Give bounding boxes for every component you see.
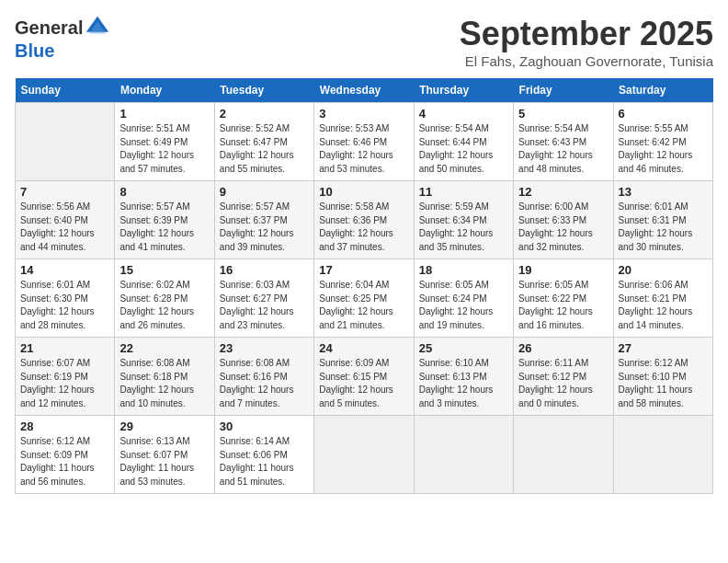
calendar-cell: 17Sunrise: 6:04 AM Sunset: 6:25 PM Dayli… xyxy=(314,259,414,338)
calendar-cell xyxy=(414,416,513,494)
cell-content: Sunrise: 6:04 AM Sunset: 6:25 PM Dayligh… xyxy=(319,279,408,332)
cell-content: Sunrise: 6:01 AM Sunset: 6:30 PM Dayligh… xyxy=(20,279,109,332)
calendar-cell: 12Sunrise: 6:00 AM Sunset: 6:33 PM Dayli… xyxy=(514,181,613,259)
calendar-cell: 14Sunrise: 6:01 AM Sunset: 6:30 PM Dayli… xyxy=(16,259,115,338)
day-number: 24 xyxy=(319,341,408,355)
cell-content: Sunrise: 6:01 AM Sunset: 6:31 PM Dayligh… xyxy=(619,201,708,254)
calendar-cell xyxy=(314,416,414,494)
day-number: 13 xyxy=(619,185,708,199)
calendar-cell: 25Sunrise: 6:10 AM Sunset: 6:13 PM Dayli… xyxy=(414,338,513,416)
cell-content: Sunrise: 6:03 AM Sunset: 6:27 PM Dayligh… xyxy=(220,279,309,332)
calendar-cell: 11Sunrise: 5:59 AM Sunset: 6:34 PM Dayli… xyxy=(414,181,513,259)
calendar-week-row: 7Sunrise: 5:56 AM Sunset: 6:40 PM Daylig… xyxy=(16,181,713,259)
calendar-cell: 23Sunrise: 6:08 AM Sunset: 6:16 PM Dayli… xyxy=(214,338,313,416)
calendar-cell: 7Sunrise: 5:56 AM Sunset: 6:40 PM Daylig… xyxy=(16,181,115,259)
cell-content: Sunrise: 6:06 AM Sunset: 6:21 PM Dayligh… xyxy=(619,279,708,332)
calendar-cell: 27Sunrise: 6:12 AM Sunset: 6:10 PM Dayli… xyxy=(613,338,712,416)
calendar-cell: 5Sunrise: 5:54 AM Sunset: 6:43 PM Daylig… xyxy=(514,103,613,181)
calendar-cell xyxy=(16,103,115,181)
cell-content: Sunrise: 6:02 AM Sunset: 6:28 PM Dayligh… xyxy=(119,279,209,332)
cell-content: Sunrise: 6:05 AM Sunset: 6:24 PM Dayligh… xyxy=(419,279,508,332)
calendar-cell: 6Sunrise: 5:55 AM Sunset: 6:42 PM Daylig… xyxy=(613,103,712,181)
calendar-cell: 22Sunrise: 6:08 AM Sunset: 6:18 PM Dayli… xyxy=(115,338,214,416)
cell-content: Sunrise: 5:54 AM Sunset: 6:43 PM Dayligh… xyxy=(518,122,608,176)
calendar-cell: 8Sunrise: 5:57 AM Sunset: 6:39 PM Daylig… xyxy=(115,181,214,259)
calendar-cell: 24Sunrise: 6:09 AM Sunset: 6:15 PM Dayli… xyxy=(314,338,414,416)
title-area: September 2025 El Fahs, Zaghouan Governo… xyxy=(460,15,713,69)
cell-content: Sunrise: 5:52 AM Sunset: 6:47 PM Dayligh… xyxy=(220,122,309,176)
day-number: 18 xyxy=(419,263,508,277)
day-number: 21 xyxy=(20,341,109,355)
day-number: 2 xyxy=(220,107,309,121)
calendar-week-row: 21Sunrise: 6:07 AM Sunset: 6:19 PM Dayli… xyxy=(16,338,713,416)
logo-icon xyxy=(85,15,110,40)
day-number: 7 xyxy=(20,185,109,199)
cell-content: Sunrise: 5:53 AM Sunset: 6:46 PM Dayligh… xyxy=(319,122,408,176)
day-number: 3 xyxy=(319,107,408,121)
calendar-cell: 1Sunrise: 5:51 AM Sunset: 6:49 PM Daylig… xyxy=(115,103,214,181)
day-number: 29 xyxy=(119,419,209,433)
cell-content: Sunrise: 5:51 AM Sunset: 6:49 PM Dayligh… xyxy=(119,122,209,176)
calendar-header-sunday: Sunday xyxy=(16,78,115,103)
logo-general-text: General xyxy=(15,17,83,39)
calendar-header-row: SundayMondayTuesdayWednesdayThursdayFrid… xyxy=(16,78,713,103)
calendar-cell: 13Sunrise: 6:01 AM Sunset: 6:31 PM Dayli… xyxy=(613,181,712,259)
day-number: 20 xyxy=(619,263,708,277)
month-title: September 2025 xyxy=(460,15,713,53)
day-number: 17 xyxy=(319,263,408,277)
calendar-cell: 19Sunrise: 6:05 AM Sunset: 6:22 PM Dayli… xyxy=(514,259,613,338)
cell-content: Sunrise: 6:05 AM Sunset: 6:22 PM Dayligh… xyxy=(518,279,608,332)
calendar-table: SundayMondayTuesdayWednesdayThursdayFrid… xyxy=(15,78,713,494)
logo: General Blue xyxy=(15,15,110,62)
day-number: 28 xyxy=(20,419,109,433)
cell-content: Sunrise: 6:11 AM Sunset: 6:12 PM Dayligh… xyxy=(518,357,608,410)
calendar-cell xyxy=(613,416,712,494)
day-number: 27 xyxy=(619,341,708,355)
cell-content: Sunrise: 5:56 AM Sunset: 6:40 PM Dayligh… xyxy=(20,201,109,254)
cell-content: Sunrise: 5:58 AM Sunset: 6:36 PM Dayligh… xyxy=(319,201,408,254)
cell-content: Sunrise: 6:14 AM Sunset: 6:06 PM Dayligh… xyxy=(220,435,309,488)
day-number: 15 xyxy=(119,263,209,277)
cell-content: Sunrise: 5:54 AM Sunset: 6:44 PM Dayligh… xyxy=(419,122,508,176)
cell-content: Sunrise: 6:10 AM Sunset: 6:13 PM Dayligh… xyxy=(419,357,508,410)
cell-content: Sunrise: 6:07 AM Sunset: 6:19 PM Dayligh… xyxy=(20,357,109,410)
calendar-cell: 30Sunrise: 6:14 AM Sunset: 6:06 PM Dayli… xyxy=(214,416,313,494)
cell-content: Sunrise: 6:08 AM Sunset: 6:18 PM Dayligh… xyxy=(119,357,209,410)
calendar-header-tuesday: Tuesday xyxy=(214,78,313,103)
day-number: 22 xyxy=(119,341,209,355)
day-number: 11 xyxy=(419,185,508,199)
calendar-cell: 26Sunrise: 6:11 AM Sunset: 6:12 PM Dayli… xyxy=(514,338,613,416)
calendar-cell: 29Sunrise: 6:13 AM Sunset: 6:07 PM Dayli… xyxy=(115,416,214,494)
day-number: 1 xyxy=(119,107,209,121)
day-number: 26 xyxy=(518,341,608,355)
day-number: 4 xyxy=(419,107,508,121)
cell-content: Sunrise: 6:00 AM Sunset: 6:33 PM Dayligh… xyxy=(518,201,608,254)
day-number: 19 xyxy=(518,263,608,277)
cell-content: Sunrise: 5:59 AM Sunset: 6:34 PM Dayligh… xyxy=(419,201,508,254)
day-number: 16 xyxy=(220,263,309,277)
header: General Blue September 2025 El Fahs, Zag… xyxy=(15,15,713,69)
calendar-cell: 21Sunrise: 6:07 AM Sunset: 6:19 PM Dayli… xyxy=(16,338,115,416)
calendar-header-saturday: Saturday xyxy=(613,78,712,103)
calendar-cell xyxy=(514,416,613,494)
calendar-cell: 18Sunrise: 6:05 AM Sunset: 6:24 PM Dayli… xyxy=(414,259,513,338)
calendar-header-monday: Monday xyxy=(115,78,214,103)
subtitle: El Fahs, Zaghouan Governorate, Tunisia xyxy=(460,53,713,69)
day-number: 8 xyxy=(119,185,209,199)
calendar-week-row: 14Sunrise: 6:01 AM Sunset: 6:30 PM Dayli… xyxy=(16,259,713,338)
calendar-header-friday: Friday xyxy=(514,78,613,103)
calendar-cell: 28Sunrise: 6:12 AM Sunset: 6:09 PM Dayli… xyxy=(16,416,115,494)
calendar-cell: 15Sunrise: 6:02 AM Sunset: 6:28 PM Dayli… xyxy=(115,259,214,338)
calendar-header-wednesday: Wednesday xyxy=(314,78,414,103)
cell-content: Sunrise: 5:57 AM Sunset: 6:39 PM Dayligh… xyxy=(119,201,209,254)
calendar-week-row: 28Sunrise: 6:12 AM Sunset: 6:09 PM Dayli… xyxy=(16,416,713,494)
calendar-cell: 2Sunrise: 5:52 AM Sunset: 6:47 PM Daylig… xyxy=(214,103,313,181)
calendar-cell: 9Sunrise: 5:57 AM Sunset: 6:37 PM Daylig… xyxy=(214,181,313,259)
calendar-header-thursday: Thursday xyxy=(414,78,513,103)
calendar-cell: 3Sunrise: 5:53 AM Sunset: 6:46 PM Daylig… xyxy=(314,103,414,181)
day-number: 23 xyxy=(220,341,309,355)
cell-content: Sunrise: 6:09 AM Sunset: 6:15 PM Dayligh… xyxy=(319,357,408,410)
day-number: 14 xyxy=(20,263,109,277)
calendar-cell: 4Sunrise: 5:54 AM Sunset: 6:44 PM Daylig… xyxy=(414,103,513,181)
cell-content: Sunrise: 6:08 AM Sunset: 6:16 PM Dayligh… xyxy=(220,357,309,410)
